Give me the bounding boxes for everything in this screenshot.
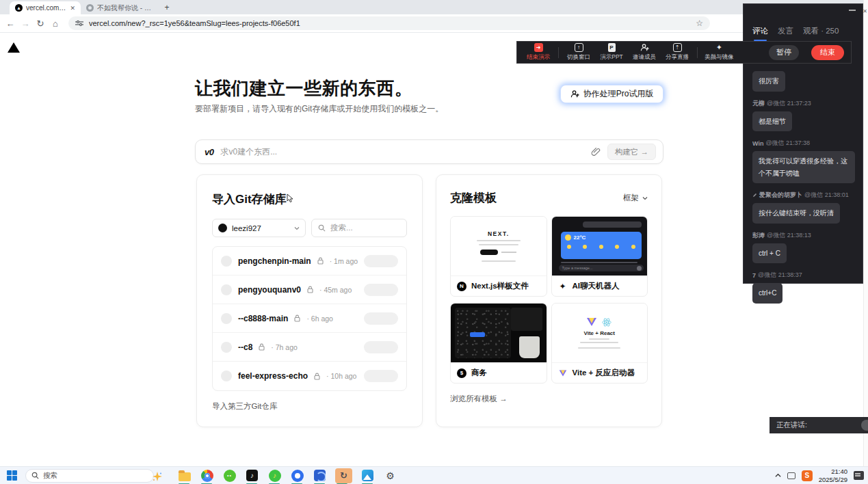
invite-members-button[interactable]: 邀请成员: [631, 43, 657, 62]
window-close-icon[interactable]: ✕: [863, 8, 867, 14]
tab-speak[interactable]: 发言: [778, 26, 793, 36]
template-card-nextjs[interactable]: NEXT. N Next.js样板文件: [450, 216, 547, 297]
repo-updated-time: · 45m ago: [319, 286, 352, 294]
back-icon[interactable]: ←: [3, 18, 18, 29]
page-title: 让我们建立一些新的东西。: [195, 77, 412, 100]
v0-prompt-input[interactable]: 求v0建个东西...: [220, 146, 583, 158]
present-ppt-button[interactable]: P 演示PPT: [599, 43, 624, 62]
photos-app-icon[interactable]: [360, 468, 375, 483]
taskbar-search-input[interactable]: 搜索: [25, 469, 154, 483]
repo-search-input[interactable]: 搜索...: [311, 219, 407, 237]
end-button[interactable]: 结束: [811, 45, 844, 60]
repo-name: --c8: [238, 342, 252, 352]
tab-ai-chat[interactable]: 不如我帮你说 - AI朋友: [81, 1, 157, 14]
new-tab-button[interactable]: +: [161, 2, 172, 13]
repo-updated-time: · 7h ago: [271, 343, 298, 351]
pencil-icon: [752, 193, 757, 198]
import-button-skeleton[interactable]: [364, 255, 398, 267]
chevron-down-icon: [294, 226, 300, 231]
wechat-icon[interactable]: [222, 468, 237, 483]
repo-row[interactable]: pengyouquanv0 · 45m ago: [213, 275, 406, 304]
url-bar[interactable]: vercel.com/new?_rsc=1ye56&teamSlug=lees-…: [68, 16, 710, 30]
ppt-icon: P: [608, 43, 616, 52]
minimize-icon[interactable]: [849, 10, 856, 11]
template-card-ai-chatbot[interactable]: 22°C Type a message... ✦ AI聊天机器人: [551, 216, 648, 297]
tab-close-icon[interactable]: ✕: [70, 5, 75, 12]
screenshare-toolbar: ➜ 结束演示 ↑ 切换窗口 P 演示PPT 邀请成员 ⇡ 分享直播 ✦ 美颜与镜…: [516, 41, 852, 64]
git-account-label: leezi927: [232, 224, 289, 232]
page-subtitle: 要部署新项目，请导入现有的Git存储库或开始使用我们的模板之一。: [195, 103, 443, 115]
framework-filter-label: 框架: [623, 193, 639, 203]
v0-prompt-bar[interactable]: v0 求v0建个东西... 构建它 →: [195, 139, 663, 164]
comments-list[interactable]: 很厉害 元柳@微信 21:37:23 都是细节 Win@微信 21:37:38 …: [752, 71, 856, 311]
beauty-mirror-button[interactable]: ✦ 美颜与镜像: [705, 43, 734, 62]
import-button-skeleton[interactable]: [364, 312, 398, 325]
repo-avatar: [221, 371, 232, 381]
chrome-icon[interactable]: [200, 468, 214, 483]
repo-name: feel-express-echo: [238, 371, 308, 381]
browser-toolbar: ← → ↻ ⌂ vercel.com/new?_rsc=1ye56&teamSl…: [0, 14, 868, 33]
import-button-skeleton[interactable]: [364, 370, 398, 382]
switch-window-button[interactable]: ↑ 切换窗口: [566, 43, 592, 62]
toolbar-divider: [558, 47, 559, 58]
sogou-input-icon[interactable]: S: [802, 470, 813, 481]
start-button-icon[interactable]: [7, 470, 17, 481]
music-app-icon[interactable]: ♪: [267, 468, 282, 483]
tiktok-icon[interactable]: ♪: [245, 468, 259, 483]
repo-avatar: [221, 284, 232, 295]
attach-paperclip-icon[interactable]: [591, 147, 601, 157]
repo-updated-time: · 10h ago: [326, 372, 356, 380]
share-live-button[interactable]: ⇡ 分享直播: [664, 43, 690, 62]
import-button-skeleton[interactable]: [364, 284, 398, 296]
repo-row[interactable]: --c8 · 7h ago: [213, 333, 406, 362]
settings-gear-icon[interactable]: ⚙: [383, 468, 397, 483]
tab-vercel[interactable]: ▲ vercel.com/new ✕: [10, 1, 81, 14]
tab2-favicon-icon: [86, 4, 94, 12]
invite-person-icon: [640, 43, 649, 52]
pause-button[interactable]: 暂停: [769, 45, 799, 60]
mouse-cursor-icon: [287, 193, 295, 203]
notification-center-icon[interactable]: [854, 471, 864, 480]
end-presentation-icon: ➜: [534, 43, 543, 52]
template-card-commerce[interactable]: $ 商务: [450, 303, 547, 384]
home-icon[interactable]: ⌂: [48, 18, 63, 29]
person-plus-icon: [570, 90, 579, 98]
browser-app-icon[interactable]: [290, 468, 304, 483]
template-card-vite-react[interactable]: Vite + React Vite + 反应启动器: [551, 303, 648, 384]
collaborate-pro-trial-button[interactable]: 协作处理Pro试用版: [560, 85, 663, 103]
template-preview: Vite + React: [552, 304, 648, 362]
forward-icon[interactable]: →: [18, 18, 33, 29]
repo-search-placeholder: 搜索...: [330, 223, 353, 233]
meeting-app-icon[interactable]: ↻: [335, 468, 352, 483]
clone-templates-title: 克隆模板: [450, 190, 497, 206]
bookmark-star-icon[interactable]: ☆: [696, 18, 703, 28]
repo-row[interactable]: --c8888-main · 6h ago: [213, 304, 406, 333]
lock-icon: [294, 314, 300, 322]
file-explorer-icon[interactable]: [177, 468, 192, 483]
tray-window-icon[interactable]: [787, 472, 795, 479]
build-it-button[interactable]: 构建它 →: [607, 144, 656, 160]
tray-expand-icon[interactable]: [775, 472, 781, 479]
lock-icon: [314, 373, 320, 380]
repo-row[interactable]: feel-express-echo · 10h ago: [213, 362, 406, 390]
repo-avatar: [221, 313, 232, 324]
tab-watch-count[interactable]: 观看 · 250: [803, 26, 839, 36]
end-presentation-button[interactable]: ➜ 结束演示: [525, 43, 551, 62]
blue-app-icon[interactable]: [313, 468, 327, 483]
repo-row[interactable]: pengchenpin-main · 1m ago: [213, 247, 406, 275]
tab-comments[interactable]: 评论: [752, 26, 768, 36]
lock-icon: [317, 257, 324, 265]
import-button-skeleton[interactable]: [364, 341, 398, 353]
repo-name: pengyouquanv0: [238, 285, 301, 295]
import-git-title: 导入Git存储库: [212, 191, 407, 207]
reload-icon[interactable]: ↻: [33, 18, 48, 29]
repo-name: --c8888-main: [238, 314, 288, 323]
browse-all-templates-link[interactable]: 浏览所有模板 →: [450, 394, 648, 404]
taskbar: 搜索 ♪ ♪ ↻ ⚙ S 21:40 2025/5/29: [0, 466, 868, 484]
framework-filter-dropdown[interactable]: 框架: [623, 193, 648, 203]
taskbar-clock[interactable]: 21:40 2025/5/29: [819, 468, 847, 484]
comment-message: Win@微信 21:37:38 我觉得可以穿透很多经验，这个不属于唠嗑: [752, 139, 856, 183]
import-third-party-link[interactable]: 导入第三方Git仓库: [212, 401, 407, 412]
git-account-dropdown[interactable]: leezi927: [212, 219, 306, 237]
chat-input-placeholder: Type a message...: [562, 266, 593, 270]
